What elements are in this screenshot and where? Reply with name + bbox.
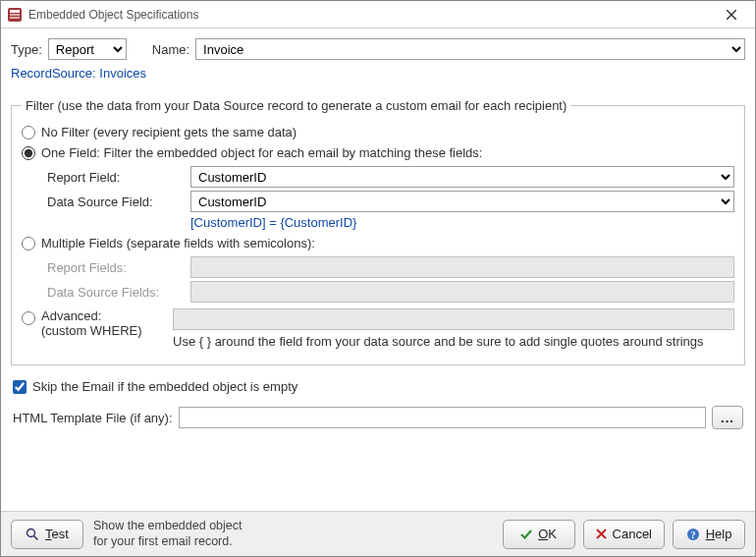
svg-rect-3	[10, 17, 20, 19]
template-file-input[interactable]	[179, 407, 706, 428]
help-button-u: H	[706, 527, 715, 541]
radio-advanced[interactable]	[22, 311, 35, 325]
help-button[interactable]: ? Help	[673, 520, 745, 549]
skip-email-row: Skip the Email if the embedded object is…	[13, 379, 743, 394]
ok-button[interactable]: OK	[503, 520, 575, 549]
filter-formula: [CustomerID] = {CustomerID}	[47, 215, 734, 230]
type-combo[interactable]: Report	[48, 38, 127, 60]
radio-one-field-label: One Field: Filter the embedded object fo…	[41, 145, 482, 160]
report-field-combo[interactable]: CustomerID	[190, 166, 734, 188]
radio-multiple-fields-label: Multiple Fields (separate fields with se…	[41, 236, 315, 251]
report-fields-input	[190, 256, 734, 278]
close-button[interactable]	[712, 1, 751, 28]
radio-advanced-label2: (custom WHERE)	[41, 323, 167, 338]
check-icon	[520, 529, 532, 540]
template-row: HTML Template File (if any): ...	[13, 406, 743, 429]
skip-email-checkbox[interactable]	[13, 380, 27, 394]
titlebar: Embedded Object Specifications	[1, 1, 755, 28]
footer-message: Show the embedded object for your first …	[93, 519, 493, 549]
help-button-rest: elp	[715, 527, 731, 541]
radio-one-field-row: One Field: Filter the embedded object fo…	[22, 145, 734, 160]
help-icon: ?	[686, 528, 700, 541]
type-label: Type:	[11, 42, 42, 57]
radio-multiple-fields-row: Multiple Fields (separate fields with se…	[22, 236, 734, 251]
radio-no-filter-row: No Filter (every recipient gets the same…	[22, 125, 734, 139]
svg-text:?: ?	[690, 529, 695, 539]
svg-line-7	[34, 535, 38, 539]
ok-button-u: O	[538, 527, 548, 541]
filter-groupbox: Filter (use the data from your Data Sour…	[11, 98, 745, 365]
skip-email-label: Skip the Email if the embedded object is…	[32, 379, 297, 394]
name-combo[interactable]: Invoice	[195, 38, 745, 60]
report-field-label: Report Field:	[47, 170, 185, 185]
radio-multiple-fields[interactable]	[22, 237, 35, 251]
advanced-hint: Use { } around the field from your data …	[173, 334, 734, 349]
cancel-button[interactable]: Cancel	[583, 520, 665, 549]
browse-button[interactable]: ...	[712, 406, 743, 429]
test-button-rest: est	[52, 527, 69, 541]
footer-message-line2: for your first email record.	[93, 534, 493, 550]
svg-rect-2	[10, 14, 20, 16]
filter-legend: Filter (use the data from your Data Sour…	[22, 98, 570, 113]
name-label: Name:	[152, 42, 189, 57]
x-icon	[596, 529, 607, 539]
content-area: Type: Report Name: Invoice RecordSource:…	[1, 28, 755, 511]
magnifier-icon	[26, 528, 39, 541]
app-icon	[7, 7, 23, 23]
svg-point-6	[27, 529, 35, 536]
footer: Test Show the embedded object for your f…	[1, 511, 755, 556]
radio-one-field[interactable]	[22, 146, 35, 160]
data-source-fields-input	[190, 281, 734, 303]
svg-rect-1	[10, 10, 20, 13]
test-button[interactable]: Test	[11, 520, 83, 549]
report-fields-label: Report Fields:	[47, 260, 185, 275]
ok-button-rest: K	[548, 527, 557, 541]
data-source-fields-label: Data Source Fields:	[47, 285, 185, 300]
data-source-field-combo[interactable]: CustomerID	[190, 191, 734, 212]
data-source-field-label: Data Source Field:	[47, 195, 185, 209]
radio-advanced-row: Advanced: (custom WHERE) Use { } around …	[22, 308, 734, 349]
template-label: HTML Template File (if any):	[13, 411, 173, 425]
radio-advanced-label1: Advanced:	[41, 308, 167, 323]
advanced-where-input	[173, 308, 734, 330]
window-title: Embedded Object Specifications	[28, 8, 712, 22]
radio-no-filter[interactable]	[22, 126, 35, 139]
record-source-text: RecordSource: Invoices	[11, 66, 745, 81]
cancel-button-label: Cancel	[613, 527, 652, 541]
radio-no-filter-label: No Filter (every recipient gets the same…	[41, 125, 297, 139]
footer-message-line1: Show the embedded object	[93, 519, 493, 534]
